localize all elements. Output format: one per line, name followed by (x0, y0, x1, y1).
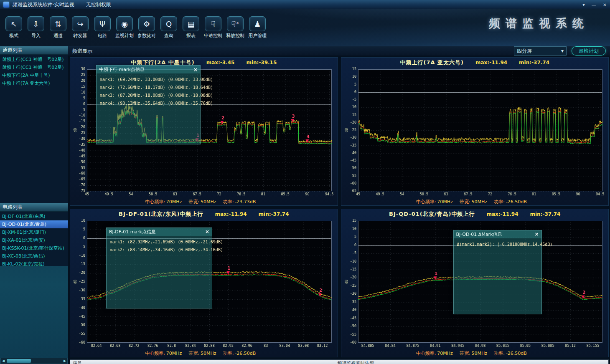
search-icon: Q (160, 16, 177, 31)
circuit-list-item[interactable]: BJ-XM-01(北京/厦门) (0, 228, 68, 236)
通道-button[interactable]: ⇅通道 (48, 16, 68, 39)
circuit-list-item[interactable]: BJ-KSSK-01(北京/喀什深空站) (0, 244, 68, 252)
transponder-icon: ↪ (72, 16, 89, 31)
toolbar-button-label: 释放控制 (226, 33, 244, 39)
mark-info-rows: Δ(mark1,mark2): (-0.201000MHz,14.45dB) (454, 238, 541, 250)
mark-info-rows: mark1: (82.92MHz,-21.69dB) (0.00MHz,-21.… (107, 236, 212, 256)
chart-footer: 中心频率:70MHz带宽:50MHz功率:-23.73dB (72, 199, 336, 205)
mark-info-panel[interactable]: BJ-DF-01 mark点信息 × mark1: (82.92MHz,-21.… (106, 228, 212, 308)
pin-icon[interactable]: ▾ (582, 2, 585, 8)
app-icon (3, 2, 9, 8)
channel-list-item[interactable]: 中频上行(7A 亚太六号) (0, 79, 68, 87)
channel-list-header: 通道列表 (0, 46, 68, 55)
电路-button[interactable]: Ψ电路 (93, 16, 112, 39)
titlebar: 频谱监视系统软件·实时监视 无控制权限 ▾ — × (0, 0, 610, 9)
channel-list-item[interactable]: 中频下行(2A 中星十号) (0, 71, 68, 79)
查询-button[interactable]: Q查询 (159, 16, 178, 39)
close-button[interactable]: × (603, 2, 607, 8)
import-icon: ⇩ (28, 16, 44, 31)
user-icon: ♟ (249, 16, 266, 31)
sidebar: 通道列表 射频上行(CC1 神通一号02星)射频上行(CC1 神通一号02星)中… (0, 46, 68, 364)
chart-title: BJ-DF-01(北京/东风)中频上行 (119, 210, 203, 218)
circuit-list-item[interactable]: BJ-XC-03(北京/西昌) (0, 252, 68, 260)
scrollbar-thumb[interactable] (7, 359, 31, 363)
delta-mark-info-panel[interactable]: BJ-QD-01 ΔMark信息 × Δ(mark1,mark2): (-0.2… (453, 230, 542, 314)
mark-info-rows: mark1: (69.24MHz,-33.00dB) (0.00MHz,-33.… (97, 73, 200, 109)
brand-title: 频谱监视系统 (489, 16, 589, 31)
hand-release-icon: ☟ˣ (227, 16, 244, 31)
app-title: 频谱监视系统软件·实时监视 (13, 1, 74, 8)
permission-status: 无控制权限 (86, 1, 111, 8)
channel-sliders-icon: ⇅ (50, 16, 66, 31)
chart-max-value: max:-3.45 (206, 60, 235, 66)
chart-min-value: min:-37.74 (530, 211, 561, 217)
layout-select-value: 四分屏 (517, 48, 532, 55)
chart-min-value: min:-39.15 (246, 60, 277, 66)
chart-panel-if-downlink: 中频下行(2A 中星十号) max:-3.45 min:-39.15 中心频率:… (70, 57, 338, 206)
sidebar-horizontal-scrollbar[interactable]: ◀ ▶ (0, 358, 68, 364)
chart-footer: 中心频率:70MHz带宽:50MHz功率:-26.50dB (72, 350, 336, 356)
toolbar-button-label: 监视计划 (115, 33, 134, 39)
spectrum-plot[interactable] (343, 67, 607, 199)
printer-icon: ▤ (183, 16, 199, 31)
mark-info-panel[interactable]: 中频下行 mark点信息 × mark1: (69.24MHz,-33.00dB… (96, 65, 201, 144)
chart-max-value: max:-11.94 (486, 211, 518, 217)
channel-list-item[interactable]: 射频上行(CC1 神通一号02星) (0, 56, 68, 63)
释放控制-button[interactable]: ☟ˣ释放控制 (226, 16, 245, 39)
chart-panel-if-uplink: 中频上行(7A 亚太六号) max:-11.94 min:-37.74 中心频率… (341, 57, 609, 206)
scroll-right-icon[interactable]: ▶ (62, 359, 67, 363)
模式-button[interactable]: ↖模式 (4, 16, 23, 39)
main-area: 频谱显示 四分屏 ▾ 巡检计划 中频下行(2A 中星十号) max:-3.45 … (68, 46, 610, 364)
chart-min-value: min:-37.74 (519, 60, 549, 66)
chart-panel-bj-df-01: BJ-DF-01(北京/东风)中频上行 max:-11.94 min:-37.7… (70, 209, 338, 357)
channel-list: 射频上行(CC1 神通一号02星)射频上行(CC1 神通一号02星)中频下行(2… (0, 55, 68, 203)
cursor-icon: ↖ (5, 16, 22, 31)
toolbar-button-label: 申请控制 (204, 33, 222, 39)
inspection-plan-button[interactable]: 巡检计划 (572, 46, 606, 56)
close-icon[interactable]: × (534, 231, 539, 237)
toolbar-button-label: 参数比对 (137, 33, 156, 39)
plug-icon: Ψ (94, 16, 111, 31)
toolbar-button-label: 通道 (53, 33, 63, 39)
监视计划-button[interactable]: ◉监视计划 (115, 16, 134, 39)
circuit-list-item[interactable]: BJ-DF-01(北京/东风) (0, 212, 68, 220)
alarm-serial-header: 序号 (70, 360, 103, 364)
用户管理-button[interactable]: ♟用户管理 (248, 16, 267, 39)
toolbar-buttons: ↖模式⇩导入⇅通道↪转发器Ψ电路◉监视计划⚙参数比对Q查询▤报表☟申请控制☟ˣ释… (4, 16, 267, 39)
toolbar-button-label: 查询 (164, 33, 173, 39)
转发器-button[interactable]: ↪转发器 (71, 16, 90, 39)
toolbar-button-label: 转发器 (74, 33, 87, 39)
chart-footer: 中心频率:70MHz带宽:50MHz功率:-26.50dB (343, 199, 607, 205)
circuit-list-header: 电路列表 (0, 203, 68, 212)
chart-min-value: min:-37.74 (259, 211, 289, 217)
导入-button[interactable]: ⇩导入 (26, 16, 46, 39)
参数比对-button[interactable]: ⚙参数比对 (137, 16, 156, 39)
申请控制-button[interactable]: ☟申请控制 (203, 16, 223, 39)
wrench-icon: ⚙ (138, 16, 155, 31)
circuit-list-item[interactable]: BJ-XA-01(北京/西安) (0, 236, 68, 244)
chart-title: 中频上行(7A 亚太六号) (400, 59, 464, 66)
toolbar: ↖模式⇩导入⇅通道↪转发器Ψ电路◉监视计划⚙参数比对Q查询▤报表☟申请控制☟ˣ释… (0, 9, 610, 46)
mark-info-title: 中频下行 mark点信息 (99, 66, 145, 73)
eye-icon: ◉ (116, 16, 133, 31)
circuit-list-item[interactable]: BJ-KL-02(北京/克拉) (0, 260, 68, 266)
scroll-left-icon[interactable]: ◀ (1, 359, 6, 363)
chart-max-value: max:-11.94 (475, 60, 507, 66)
close-icon[interactable]: × (193, 67, 198, 73)
toolbar-button-label: 电路 (98, 33, 107, 39)
alarm-panel: 序号 频谱监视实时告警 (70, 359, 609, 364)
channel-list-item[interactable]: 射频上行(CC1 神通一号02星) (0, 63, 68, 71)
toolbar-button-label: 报表 (186, 33, 196, 39)
layout-select[interactable]: 四分屏 ▾ (514, 46, 567, 56)
minimize-button[interactable]: — (592, 2, 596, 8)
circuit-list-item[interactable]: BJ-QD-01(北京/青岛) (0, 220, 68, 228)
报表-button[interactable]: ▤报表 (181, 16, 201, 39)
toolbar-button-label: 导入 (31, 33, 41, 39)
chevron-down-icon: ▾ (561, 48, 564, 54)
chart-panel-bj-qd-01: BJ-QD-01(北京/青岛)中频上行 max:-11.94 min:-37.7… (341, 209, 609, 357)
mark-info-title: BJ-QD-01 ΔMark信息 (456, 231, 502, 238)
alarm-panel-title: 频谱监视实时告警 (103, 360, 608, 364)
close-icon[interactable]: × (205, 229, 209, 235)
tab-spectrum-display[interactable]: 频谱显示 (72, 48, 92, 55)
chart-footer: 中心频率:70MHz带宽:50MHz功率:-26.50dB (343, 350, 607, 356)
